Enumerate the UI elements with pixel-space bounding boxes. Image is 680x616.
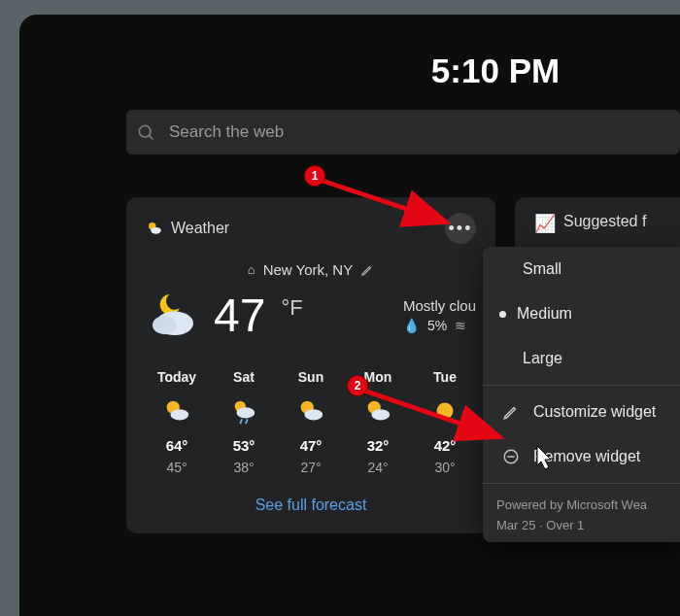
- forecast-row: Today 64° 45° Sat 53° 38° Sun 47° 27°: [146, 369, 476, 475]
- trend-up-icon: 📈: [534, 213, 556, 234]
- menu-customize-widget[interactable]: Customize widget: [483, 390, 680, 434]
- widget-context-menu: Small Medium Large Customize widget Remo…: [483, 247, 680, 542]
- menu-size-large[interactable]: Large: [483, 336, 680, 381]
- menu-footer-date: Mar 25 · Over 1: [483, 516, 680, 542]
- location-text: New York, NY: [263, 261, 354, 278]
- home-icon: ⌂: [248, 262, 255, 277]
- svg-point-5: [153, 316, 177, 334]
- dots-icon: •••: [449, 220, 473, 237]
- current-weather-icon: [146, 288, 200, 342]
- forecast-day[interactable]: Tue 42° 30°: [414, 369, 476, 475]
- svg-point-13: [304, 409, 323, 420]
- precip-text: 5%: [427, 318, 447, 333]
- wind-icon: ≋: [455, 318, 466, 333]
- selected-bullet-icon: [499, 311, 506, 318]
- annotation-badge-2: 2: [347, 375, 368, 396]
- forecast-day[interactable]: Today 64° 45°: [146, 369, 208, 475]
- svg-point-15: [371, 409, 390, 420]
- droplet-icon: 💧: [403, 318, 420, 333]
- condition-text: Mostly clou: [403, 297, 476, 314]
- search-bar[interactable]: Search the web: [126, 110, 680, 154]
- forecast-day[interactable]: Sun 47° 27°: [280, 369, 342, 475]
- svg-point-0: [139, 125, 151, 137]
- svg-line-11: [246, 419, 248, 424]
- menu-remove-widget[interactable]: Remove widget: [483, 434, 680, 479]
- menu-footer-powered: Powered by Microsoft Wea: [483, 488, 680, 516]
- pencil-icon: [502, 403, 520, 421]
- sun-cloud-icon: [363, 396, 392, 426]
- temperature: 47: [214, 289, 265, 342]
- rain-cloud-icon: [229, 396, 258, 426]
- search-icon: [136, 122, 155, 142]
- search-placeholder: Search the web: [169, 122, 284, 142]
- menu-size-medium[interactable]: Medium: [483, 291, 680, 336]
- weather-title: Weather: [171, 220, 229, 237]
- weather-widget: Weather ••• ⌂ New York, NY 47: [126, 197, 495, 533]
- sun-cloud-icon: [296, 396, 325, 426]
- sun-icon: [430, 396, 459, 426]
- mouse-cursor-icon: [529, 444, 555, 473]
- svg-point-16: [437, 403, 454, 420]
- more-button[interactable]: •••: [445, 213, 476, 244]
- remove-icon: [502, 448, 520, 465]
- sun-cloud-icon: [162, 396, 191, 426]
- svg-line-1: [149, 135, 153, 139]
- menu-size-small[interactable]: Small: [483, 247, 680, 291]
- edit-location-icon[interactable]: [360, 263, 374, 277]
- menu-separator: [483, 483, 680, 484]
- svg-point-3: [151, 227, 161, 234]
- svg-point-9: [237, 407, 255, 418]
- svg-line-10: [240, 419, 242, 424]
- weather-icon: [146, 220, 163, 237]
- full-forecast-link[interactable]: See full forecast: [146, 496, 476, 514]
- suggested-title: Suggested f: [563, 213, 646, 230]
- forecast-day[interactable]: Sat 53° 38°: [213, 369, 275, 475]
- svg-point-7: [170, 409, 188, 420]
- temperature-unit: °F: [281, 295, 302, 321]
- menu-separator: [483, 385, 680, 386]
- clock: 5:10 PM: [311, 51, 680, 90]
- annotation-badge-1: 1: [304, 165, 325, 187]
